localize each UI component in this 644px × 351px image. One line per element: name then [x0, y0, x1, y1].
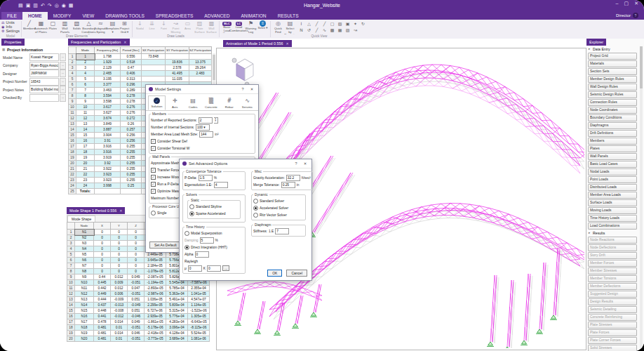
quick-view-icon[interactable]: ▧ — [337, 20, 343, 27]
table-row[interactable]: 12N120.4490.006-0.051-2.987e-065.363e-04… — [67, 291, 210, 297]
cell[interactable]: 0.257 — [121, 127, 142, 133]
row-number[interactable]: 3 — [69, 65, 76, 71]
row-number[interactable]: 18 — [69, 150, 76, 155]
row-number[interactable]: 5 — [69, 77, 76, 82]
radio-button[interactable] — [189, 204, 194, 209]
ribbon-tab-animation[interactable]: ANIMATION — [235, 12, 271, 20]
cell[interactable]: -2.087e-05 — [145, 274, 166, 280]
table-row[interactable]: 19N190.4810.0140.046-2.418e-054.128e-045… — [67, 331, 210, 336]
cell[interactable]: 13.375 — [189, 60, 212, 65]
cell[interactable] — [95, 189, 121, 194]
browse-button[interactable]: ... — [222, 265, 229, 271]
cell[interactable]: 0.47 — [121, 65, 142, 71]
tab-explorer[interactable]: Explorer — [586, 39, 606, 46]
cell[interactable]: 0.255 — [121, 150, 142, 155]
table-row[interactable]: 11N110.4420.0120.047-2.893e-055.785e-042… — [67, 286, 210, 291]
cell[interactable]: 17 — [76, 144, 95, 150]
cell[interactable]: 13 — [76, 121, 95, 127]
dropdown[interactable]: 100 ▾ — [196, 124, 210, 131]
cell[interactable]: 4.547e-07 — [188, 297, 210, 303]
table-row[interactable]: 111.7980.55673.848 — [69, 54, 212, 60]
cell[interactable]: 0.051 — [128, 308, 145, 314]
orientation-cube-icon[interactable] — [229, 55, 260, 88]
cell[interactable]: 3.923 — [95, 178, 121, 183]
cell[interactable]: 3.674 — [95, 116, 121, 121]
cell[interactable]: 0 — [94, 269, 111, 274]
quick-view-icon[interactable]: ▣ — [344, 20, 351, 27]
cell[interactable]: -6.643e-05 — [188, 319, 210, 325]
cell[interactable]: -0.049 — [128, 303, 145, 308]
settings-tab-axis[interactable]: ✛Axis — [166, 95, 184, 110]
text-input[interactable]: 7 — [275, 228, 289, 234]
row-number[interactable]: 12 — [69, 116, 76, 121]
explorer-item-materials[interactable]: Materials — [588, 60, 637, 67]
cell[interactable]: 12 — [76, 116, 95, 121]
cell[interactable]: 0 — [128, 269, 145, 274]
explorer-item-member-deflections[interactable]: Member Deflections — [588, 283, 637, 290]
close-icon[interactable]: ✕ — [248, 87, 255, 91]
quick-view-icon[interactable]: △ — [306, 20, 312, 27]
table-row[interactable]: 15N150.448-0.0080.0516.727e-065.315e-04-… — [67, 308, 210, 314]
ribbon-button-area[interactable]: ▭Area — [182, 20, 194, 34]
cell[interactable] — [189, 77, 212, 82]
row-number[interactable]: 10 — [69, 105, 76, 110]
ribbon-button-load-combinations[interactable]: LCLoad Combinations — [233, 20, 245, 33]
row-number[interactable]: 5 — [67, 252, 75, 258]
cell[interactable]: 2.184e-05 — [145, 263, 166, 269]
help-icon[interactable]: ? — [293, 161, 300, 166]
cell[interactable]: 5.363e-04 — [166, 291, 188, 297]
column-header[interactable]: SY Participation — [166, 47, 189, 54]
row-number[interactable]: 4 — [69, 71, 76, 77]
table-row[interactable]: 13N130.444-0.0090.0511.036e-055.491e-044… — [67, 297, 210, 303]
row-number[interactable]: 7 — [69, 88, 76, 93]
cell[interactable]: 1.929 — [95, 60, 121, 65]
ribbon-button-nodal[interactable]: ↓Nodal — [134, 20, 146, 34]
cell[interactable]: 1.041e-05 — [188, 291, 210, 297]
cell[interactable]: N4 — [75, 246, 94, 252]
cell[interactable]: 2.355e-04 — [188, 286, 210, 291]
cell[interactable]: 3.594 — [95, 93, 121, 99]
ribbon-button-point-moving[interactable]: ↝Point Moving — [170, 20, 182, 34]
cell[interactable]: 4 — [76, 71, 95, 77]
cell[interactable]: 0.256 — [121, 138, 142, 144]
cell[interactable]: 2.483 — [189, 71, 212, 77]
explorer-item-node-coordinates[interactable]: Node Coordinates — [588, 107, 637, 114]
row-number[interactable]: 11 — [69, 110, 76, 116]
ribbon-tab-spreadsheets[interactable]: SPREADSHEETS — [150, 12, 199, 20]
cell[interactable]: 3.923 — [95, 172, 121, 178]
close-icon[interactable]: ✕ — [119, 208, 122, 213]
maximize-icon[interactable]: ▢ — [624, 1, 629, 6]
column-header[interactable]: Node — [75, 223, 94, 230]
browse-button[interactable]: ... — [60, 94, 66, 102]
explorer-item-seismic-detailing[interactable]: Seismic Detailing — [588, 306, 637, 313]
cell[interactable]: 0 — [94, 252, 111, 258]
cell[interactable]: N20 — [75, 336, 94, 342]
cell[interactable]: N11 — [75, 286, 94, 291]
ribbon-button-automesh-of-plates[interactable]: ▦Automesh of Plates — [35, 20, 47, 34]
explorer-item-drift-definitions[interactable]: Drift Definitions — [588, 130, 637, 137]
cell[interactable]: 9 — [76, 99, 95, 105]
explorer-item-project-grid[interactable]: Project Grid — [588, 53, 637, 60]
explorer-item-plates[interactable]: Plates — [588, 145, 637, 152]
subtab-mode-shape[interactable]: Mode Shape — [67, 216, 95, 222]
quick-view-icon[interactable]: ╱ — [314, 27, 320, 33]
property-value[interactable]: Ryan-Biggs Associat — [29, 62, 59, 69]
cell[interactable]: 0 — [111, 252, 128, 258]
radio-button[interactable] — [189, 211, 194, 216]
explorer-item-moving-loads[interactable]: Moving Loads — [588, 207, 637, 214]
cell[interactable]: 0.01 — [111, 336, 128, 342]
cell[interactable]: 1 — [76, 54, 95, 60]
cell[interactable]: 0.01 — [111, 325, 128, 331]
row-number[interactable]: 1 — [67, 230, 75, 235]
row-number[interactable]: 13 — [69, 121, 76, 127]
cell[interactable]: 0.556 — [121, 54, 142, 60]
tab-properties[interactable]: Properties — [1, 39, 25, 46]
explorer-item-boundary-conditions[interactable]: Boundary Conditions — [588, 114, 637, 121]
column-header[interactable] — [69, 47, 76, 54]
k-input[interactable]: 0 — [207, 265, 221, 272]
spinner[interactable]: ▲▼ — [214, 117, 218, 124]
settings-tab-concrete[interactable]: ▒Concrete — [202, 95, 220, 110]
column-header[interactable]: SZ Participation — [189, 47, 212, 54]
cell[interactable]: 2 — [76, 60, 95, 65]
cell[interactable]: N19 — [75, 331, 94, 336]
